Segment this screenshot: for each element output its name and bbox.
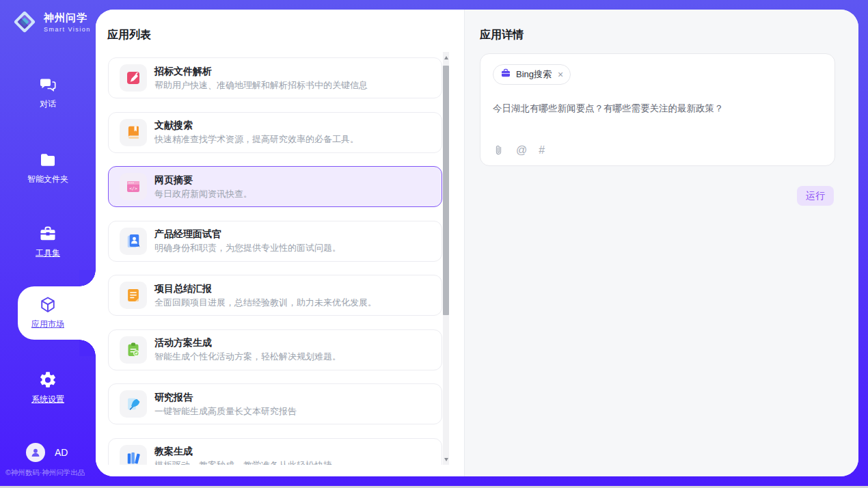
toolbox-icon	[38, 224, 57, 243]
chat-icon	[38, 75, 57, 94]
app-list-title: 应用列表	[107, 28, 151, 42]
app-card[interactable]: 项目总结汇报 全面回顾项目进展，总结经验教训，助力未来优化发展。	[108, 275, 442, 316]
app-name: 项目总结汇报	[154, 283, 377, 295]
app-description: 快速精准查找学术资源，提高研究效率的必备工具。	[154, 134, 359, 145]
scrollbar-thumb[interactable]	[443, 66, 449, 315]
sidebar-item-toolbox[interactable]: 工具集	[0, 224, 96, 259]
brand-logo: 神州问学 Smart Vision	[11, 8, 91, 36]
app-description: 一键智能生成高质量长文本研究报告	[154, 406, 297, 417]
sidebar-item-label: 系统设置	[31, 394, 64, 405]
app-card[interactable]: 活动方案生成 智能生成个性化活动方案，轻松解决规划难题。	[108, 329, 442, 370]
app-card[interactable]: 招标文件解析 帮助用户快速、准确地理解和解析招标书中的关键信息	[108, 57, 442, 98]
gear-icon	[38, 370, 57, 390]
briefcase-icon	[500, 68, 511, 81]
folder-icon	[38, 150, 57, 170]
sidebar-item-cube[interactable]: 应用市场	[0, 295, 96, 330]
lesson-plan-icon	[120, 445, 147, 465]
sidebar: 神州问学 Smart Vision 对话 智能文件夹 工具集 应用市场 系统设置…	[0, 0, 96, 488]
web-summary-icon: </>	[120, 173, 147, 200]
app-card[interactable]: 教案生成 模板驱动，教案秒成，教学准备从此轻松快捷	[108, 438, 442, 465]
cube-icon	[38, 295, 57, 314]
attachment-icon[interactable]	[493, 144, 504, 156]
literature-search-icon	[120, 119, 147, 146]
hash-icon[interactable]: #	[539, 145, 545, 156]
app-list-panel: 应用列表 招标文件解析 帮助用户快速、准确地理解和解析招标书中的关键信息 文献搜…	[96, 10, 465, 476]
svg-text:</>: </>	[129, 186, 137, 191]
tender-parse-icon	[120, 64, 147, 92]
sidebar-item-label: 智能文件夹	[27, 174, 68, 185]
app-description: 模板驱动，教案秒成，教学准备从此轻松快捷	[154, 460, 332, 465]
tool-tag-bing-search[interactable]: Bing搜索 ×	[493, 64, 571, 85]
research-report-icon	[120, 390, 147, 418]
user-account[interactable]: AD	[26, 443, 68, 462]
brand-gem-icon	[11, 8, 38, 36]
scrollbar[interactable]	[443, 52, 449, 465]
app-name: 教案生成	[154, 446, 332, 457]
project-summary-icon	[120, 282, 147, 309]
prompt-input[interactable]: 今日湖北有哪些新闻要点？有哪些需要关注的最新政策？	[493, 102, 822, 116]
app-card[interactable]: 研究报告 一键智能生成高质量长文本研究报告	[108, 383, 442, 424]
event-plan-icon	[120, 336, 147, 364]
brand-subtitle: Smart Vision	[44, 26, 91, 33]
tool-tag-label: Bing搜索	[516, 68, 552, 81]
user-name: AD	[55, 447, 68, 458]
app-detail-panel: 应用详情 Bing搜索 × 今日湖北有哪些新闻要点？有哪些需要关注的最新政策？ …	[465, 10, 858, 476]
app-card[interactable]: 产品经理面试官 明确身份和职责，为您提供专业性的面试问题。	[108, 221, 442, 262]
app-list-viewport: 招标文件解析 帮助用户快速、准确地理解和解析招标书中的关键信息 文献搜索 快速精…	[108, 52, 442, 465]
app-name: 活动方案生成	[154, 337, 341, 349]
mention-icon[interactable]: @	[516, 145, 527, 156]
run-button[interactable]: 运行	[797, 186, 834, 206]
brand-name: 神州问学	[44, 12, 91, 25]
prompt-card: Bing搜索 × 今日湖北有哪些新闻要点？有哪些需要关注的最新政策？ @ #	[480, 53, 835, 166]
avatar	[26, 443, 45, 462]
app-card[interactable]: </> 网页摘要 每日政府新闻资讯快查。	[108, 166, 442, 207]
app-description: 明确身份和职责，为您提供专业性的面试问题。	[154, 243, 341, 254]
sidebar-item-chat[interactable]: 对话	[0, 75, 96, 110]
brand-text: 神州问学 Smart Vision	[44, 12, 91, 33]
input-toolbar: @ #	[493, 144, 545, 156]
app-name: 研究报告	[154, 392, 297, 403]
scroll-up-icon[interactable]	[443, 53, 449, 62]
sidebar-item-label: 工具集	[36, 247, 60, 259]
scroll-down-icon[interactable]	[443, 455, 449, 463]
app-description: 帮助用户快速、准确地理解和解析招标书中的关键信息	[154, 80, 368, 91]
app-description: 智能生成个性化活动方案，轻松解决规划难题。	[154, 351, 341, 362]
sidebar-item-gear[interactable]: 系统设置	[0, 370, 96, 405]
app-description: 全面回顾项目进展，总结经验教训，助力未来优化发展。	[154, 297, 377, 308]
app-name: 产品经理面试官	[154, 228, 341, 240]
copyright-text: ©神州数码·神州问学出品	[5, 468, 96, 478]
app-name: 文献搜索	[154, 120, 359, 131]
app-name: 网页摘要	[154, 174, 252, 186]
sidebar-item-folder[interactable]: 智能文件夹	[0, 150, 96, 185]
sidebar-item-label: 应用市场	[31, 318, 64, 330]
close-icon[interactable]: ×	[558, 70, 563, 79]
pm-interviewer-icon	[120, 228, 147, 255]
app-description: 每日政府新闻资讯快查。	[154, 189, 252, 200]
app-name: 招标文件解析	[154, 66, 368, 77]
sidebar-item-label: 对话	[40, 98, 56, 110]
app-card[interactable]: 文献搜索 快速精准查找学术资源，提高研究效率的必备工具。	[108, 112, 442, 153]
main-container: 应用列表 招标文件解析 帮助用户快速、准确地理解和解析招标书中的关键信息 文献搜…	[96, 10, 858, 476]
app-detail-title: 应用详情	[480, 28, 524, 42]
